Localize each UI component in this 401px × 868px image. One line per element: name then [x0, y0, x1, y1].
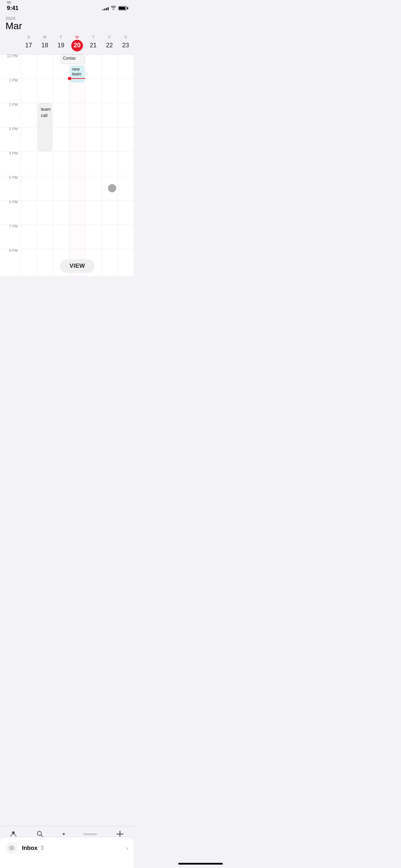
- day-number-23: 23: [120, 40, 131, 51]
- day-col-sat-23[interactable]: S 23: [118, 34, 134, 54]
- cell-12pm-fri[interactable]: [101, 55, 118, 79]
- day-number-20: 20: [71, 40, 83, 51]
- signal-bars-icon: [102, 6, 109, 10]
- cell-3pm-sun[interactable]: [21, 128, 37, 152]
- cell-3pm-fri[interactable]: [101, 128, 118, 152]
- cell-12pm-thu[interactable]: [85, 55, 101, 79]
- event-new-team[interactable]: new team: [70, 65, 84, 83]
- day-col-wed-20[interactable]: W 20: [69, 34, 85, 54]
- cell-7pm-sun[interactable]: [21, 225, 37, 249]
- day-number-19: 19: [55, 40, 67, 51]
- cell-1pm-fri[interactable]: [101, 79, 118, 103]
- calendar-header: 2024 Mar S 17 M 18 T 19 W 20 T: [0, 14, 134, 55]
- status-time: 9:41: [7, 5, 19, 12]
- cell-1pm-sun[interactable]: [21, 79, 37, 103]
- day-col-mon-18[interactable]: M 18: [37, 34, 53, 54]
- time-row-7pm: 7 PM: [0, 225, 134, 249]
- cell-6pm-thu[interactable]: [85, 201, 101, 225]
- time-label-8pm: 8 PM: [0, 246, 21, 274]
- event-team-call[interactable]: team call: [38, 103, 52, 151]
- collapse-button[interactable]: [5, 0, 12, 5]
- cell-3pm-wed[interactable]: [69, 128, 85, 152]
- wifi-icon: [111, 6, 116, 11]
- time-row-1pm: 1 PM: [0, 79, 134, 103]
- cell-5pm-fri[interactable]: [101, 176, 118, 200]
- cell-1pm-tue[interactable]: [53, 79, 69, 103]
- cell-6pm-fri[interactable]: [101, 201, 118, 225]
- day-number-22: 22: [104, 40, 115, 51]
- cell-5pm-wed[interactable]: [69, 176, 85, 200]
- cell-6pm-sat[interactable]: [118, 201, 134, 225]
- cell-6pm-tue[interactable]: [53, 201, 69, 225]
- cell-4pm-fri[interactable]: [101, 152, 118, 176]
- cell-12pm-mon[interactable]: [37, 55, 53, 79]
- cell-7pm-tue[interactable]: [53, 225, 69, 249]
- cell-2pm-fri[interactable]: [101, 103, 118, 127]
- cell-2pm-wed[interactable]: [69, 103, 85, 127]
- view-button-container: VIEW: [60, 259, 95, 273]
- cell-4pm-thu[interactable]: [85, 152, 101, 176]
- day-number-17: 17: [23, 40, 35, 51]
- cell-4pm-mon[interactable]: [37, 152, 53, 176]
- cell-6pm-wed[interactable]: [69, 201, 85, 225]
- cell-4pm-wed[interactable]: [69, 152, 85, 176]
- cell-12pm-sat[interactable]: [118, 55, 134, 79]
- status-bar: 9:41: [0, 0, 134, 14]
- time-label-4pm: 4 PM: [0, 149, 21, 173]
- time-label-6pm: 6 PM: [0, 198, 21, 222]
- cell-3pm-tue[interactable]: [53, 128, 69, 152]
- cell-4pm-sat[interactable]: [118, 152, 134, 176]
- cell-8pm-sat[interactable]: [118, 249, 134, 276]
- cell-5pm-mon[interactable]: [37, 176, 53, 200]
- cell-2pm-thu[interactable]: [85, 103, 101, 127]
- month-label: Mar: [5, 21, 22, 32]
- cell-2pm-tue[interactable]: [53, 103, 69, 127]
- cell-2pm-sun[interactable]: [21, 103, 37, 127]
- cell-7pm-sat[interactable]: [118, 225, 134, 249]
- day-name-t21: T: [92, 35, 95, 39]
- day-col-sun-17[interactable]: S 17: [21, 34, 37, 54]
- cell-5pm-sat[interactable]: [118, 176, 134, 200]
- cell-7pm-thu[interactable]: [85, 225, 101, 249]
- cell-2pm-mon[interactable]: team call: [37, 103, 53, 127]
- battery-icon: [118, 6, 127, 10]
- time-label-5pm: 5 PM: [0, 173, 21, 197]
- cell-5pm-tue[interactable]: [53, 176, 69, 200]
- month-row: 2024 Mar: [0, 16, 134, 34]
- day-col-thu-21[interactable]: T 21: [85, 34, 101, 54]
- day-name-s23: S: [124, 35, 127, 39]
- cell-8pm-sun[interactable]: [21, 249, 37, 276]
- status-icons: [102, 6, 127, 11]
- cell-7pm-fri[interactable]: [101, 225, 118, 249]
- cell-12pm-wed[interactable]: Contac new team: [69, 55, 85, 79]
- cell-1pm-mon[interactable]: [37, 79, 53, 103]
- cell-6pm-sun[interactable]: [21, 201, 37, 225]
- cell-1pm-thu[interactable]: [85, 79, 101, 103]
- cell-8pm-mon[interactable]: [37, 249, 53, 276]
- cell-4pm-sun[interactable]: [21, 152, 37, 176]
- day-number-21: 21: [87, 40, 99, 51]
- cell-12pm-sun[interactable]: [21, 55, 37, 79]
- cell-4pm-tue[interactable]: [53, 152, 69, 176]
- cell-5pm-thu[interactable]: [85, 176, 101, 200]
- cell-3pm-sat[interactable]: [118, 128, 134, 152]
- day-number-18: 18: [39, 40, 51, 51]
- day-col-tue-19[interactable]: T 19: [53, 34, 69, 54]
- time-label-12pm: 12 PM: [0, 55, 21, 76]
- cell-7pm-mon[interactable]: [37, 225, 53, 249]
- cell-8pm-fri[interactable]: [101, 249, 118, 276]
- cell-5pm-sun[interactable]: [21, 176, 37, 200]
- day-name-f22: F: [108, 35, 111, 39]
- cell-3pm-thu[interactable]: [85, 128, 101, 152]
- time-row-6pm: 6 PM: [0, 201, 134, 225]
- view-button[interactable]: VIEW: [60, 259, 95, 273]
- cell-2pm-sat[interactable]: [118, 103, 134, 127]
- day-col-fri-22[interactable]: F 22: [101, 34, 118, 54]
- event-contact[interactable]: Contac: [61, 55, 85, 64]
- time-row-12pm: 12 PM Contac new team: [0, 55, 134, 79]
- cell-7pm-wed[interactable]: [69, 225, 85, 249]
- cell-1pm-sat[interactable]: [118, 79, 134, 103]
- day-name-t19: T: [60, 35, 62, 39]
- cell-6pm-mon[interactable]: [37, 201, 53, 225]
- calendar-body: 12 PM Contac new team 1 PM: [0, 55, 134, 277]
